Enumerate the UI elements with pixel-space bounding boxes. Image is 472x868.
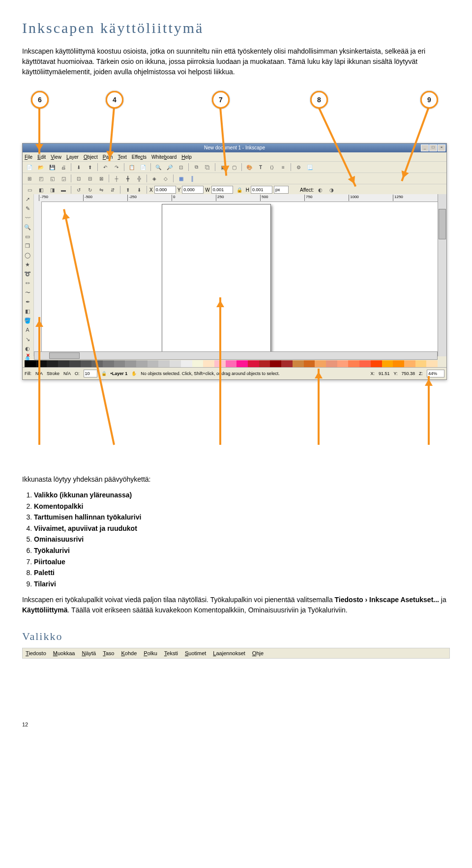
color-swatch[interactable] xyxy=(103,360,114,367)
color-swatch[interactable] xyxy=(415,360,427,367)
rotate-cw-icon[interactable]: ↻ xyxy=(85,185,95,195)
import-icon[interactable]: ⬇ xyxy=(74,162,84,172)
maximize-button[interactable]: □ xyxy=(429,145,437,151)
menu-item[interactable]: Teksti xyxy=(164,650,178,656)
menu-layer[interactable]: Layer xyxy=(66,154,79,160)
ungroup-icon[interactable]: ▢ xyxy=(229,162,239,172)
sel-icon[interactable]: ◨ xyxy=(47,185,57,195)
color-swatch[interactable] xyxy=(371,360,382,367)
color-swatch[interactable] xyxy=(125,360,136,367)
snap-icon[interactable]: ◇ xyxy=(161,174,171,183)
text-tool-icon[interactable]: A xyxy=(23,325,32,334)
color-swatch[interactable] xyxy=(170,360,181,367)
menu-object[interactable]: Object xyxy=(84,154,98,160)
star-tool-icon[interactable]: ★ xyxy=(23,260,32,269)
save-icon[interactable]: 💾 xyxy=(47,162,57,172)
ellipse-tool-icon[interactable]: ◯ xyxy=(23,251,32,260)
color-swatch[interactable] xyxy=(114,360,125,367)
close-x-icon[interactable]: × xyxy=(25,352,31,359)
color-palette[interactable] xyxy=(25,360,438,367)
layer-name[interactable]: Layer 1 xyxy=(112,371,128,376)
color-swatch[interactable] xyxy=(293,360,304,367)
snap-icon[interactable]: ┼ xyxy=(112,174,121,183)
clone-icon[interactable]: ⿻ xyxy=(203,162,212,172)
snap-icon[interactable]: ◈ xyxy=(149,174,159,183)
minimize-button[interactable]: _ xyxy=(421,145,429,151)
snap-icon[interactable]: ⊟ xyxy=(85,174,95,183)
affect-icon[interactable]: ◑ xyxy=(326,185,336,195)
zoom-in-icon[interactable]: 🔍 xyxy=(153,162,163,172)
flip-h-icon[interactable]: ⇋ xyxy=(96,185,106,195)
w-input[interactable] xyxy=(211,186,233,194)
guides-icon[interactable]: ║ xyxy=(187,174,197,183)
unit-select[interactable] xyxy=(274,186,289,194)
xml-icon[interactable]: ⟨⟩ xyxy=(267,162,277,172)
bucket-tool-icon[interactable]: 🪣 xyxy=(23,316,32,325)
snap-icon[interactable]: ⊠ xyxy=(96,174,106,183)
color-swatch[interactable] xyxy=(136,360,148,367)
color-swatch[interactable] xyxy=(359,360,371,367)
text-icon[interactable]: T xyxy=(256,162,266,172)
menu-item[interactable]: Muokkaa xyxy=(53,650,75,656)
rotate-ccw-icon[interactable]: ↺ xyxy=(74,185,84,195)
bezier-tool-icon[interactable]: 〜 xyxy=(23,288,32,297)
color-swatch[interactable] xyxy=(259,360,270,367)
menu-help[interactable]: Help xyxy=(181,154,192,160)
rect-tool-icon[interactable]: ▭ xyxy=(23,232,32,241)
docprops-icon[interactable]: 📃 xyxy=(305,162,315,172)
menu-item[interactable]: Kohde xyxy=(121,650,137,656)
align-icon[interactable]: ≡ xyxy=(278,162,288,172)
color-swatch[interactable] xyxy=(348,360,359,367)
color-swatch[interactable] xyxy=(192,360,204,367)
menu-item[interactable]: Tiedosto xyxy=(26,650,46,656)
calligraphy-tool-icon[interactable]: ✒ xyxy=(23,297,32,306)
affect-icon[interactable]: ◐ xyxy=(315,185,325,195)
color-swatch[interactable] xyxy=(304,360,315,367)
menu-text[interactable]: Text xyxy=(118,154,126,160)
zoom-fit-icon[interactable]: ⊡ xyxy=(176,162,186,172)
color-swatch[interactable] xyxy=(426,360,438,367)
vertical-scrollbar[interactable] xyxy=(438,194,446,356)
color-swatch[interactable] xyxy=(81,360,92,367)
snap-icon[interactable]: ⊡ xyxy=(74,174,84,183)
menu-view[interactable]: View xyxy=(51,154,61,160)
select-tool-icon[interactable]: ➚ xyxy=(23,195,32,203)
menu-item[interactable]: Polku xyxy=(144,650,157,656)
menu-item[interactable]: Laajennokset xyxy=(213,650,245,656)
node-tool-icon[interactable]: ✎ xyxy=(23,204,32,213)
lock-icon[interactable]: 🔒 xyxy=(101,371,107,376)
undo-icon[interactable]: ↶ xyxy=(100,162,110,172)
redo-icon[interactable]: ↷ xyxy=(112,162,121,172)
snap-icon[interactable]: ◲ xyxy=(59,174,68,183)
menu-item[interactable]: Suotimet xyxy=(185,650,206,656)
color-swatch[interactable] xyxy=(58,360,69,367)
color-swatch[interactable] xyxy=(393,360,404,367)
menu-item[interactable]: Ohje xyxy=(252,650,264,656)
menu-edit[interactable]: Edit xyxy=(37,154,46,160)
menu-whiteboard[interactable]: Whiteboard xyxy=(151,154,177,160)
color-swatch[interactable] xyxy=(404,360,415,367)
color-swatch[interactable] xyxy=(315,360,326,367)
sel-icon[interactable]: ▬ xyxy=(59,185,68,195)
color-swatch[interactable] xyxy=(158,360,170,367)
duplicate-icon[interactable]: ⧉ xyxy=(191,162,201,172)
color-swatch[interactable] xyxy=(236,360,248,367)
hand-icon[interactable]: ✋ xyxy=(131,371,137,376)
snap-icon[interactable]: ◰ xyxy=(36,174,46,183)
color-swatch[interactable] xyxy=(25,360,36,367)
zoom-tool-icon[interactable]: 🔍 xyxy=(23,223,32,231)
spiral-tool-icon[interactable]: ➰ xyxy=(23,269,32,278)
color-swatch[interactable] xyxy=(248,360,259,367)
eraser-tool-icon[interactable]: ◧ xyxy=(23,307,32,316)
color-swatch[interactable] xyxy=(69,360,81,367)
3dbox-tool-icon[interactable]: ❒ xyxy=(23,241,32,250)
menu-item[interactable]: Näytä xyxy=(82,650,96,656)
color-swatch[interactable] xyxy=(203,360,214,367)
flip-v-icon[interactable]: ⇵ xyxy=(108,185,118,195)
snap-icon[interactable]: ◱ xyxy=(47,174,57,183)
copy-icon[interactable]: 📋 xyxy=(127,162,137,172)
color-swatch[interactable] xyxy=(270,360,281,367)
raise-icon[interactable]: ⬆ xyxy=(123,185,133,195)
lower-icon[interactable]: ⬇ xyxy=(134,185,144,195)
color-swatch[interactable] xyxy=(326,360,337,367)
